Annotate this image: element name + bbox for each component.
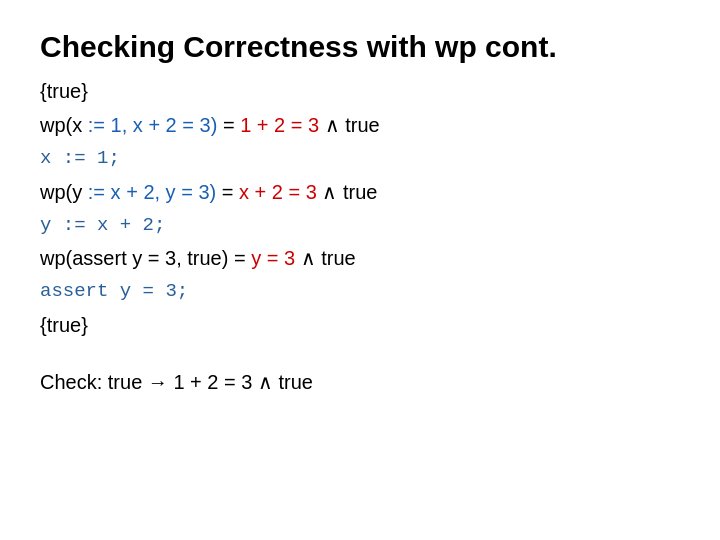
code-y-assign: y := x + 2; xyxy=(40,211,165,240)
wp3-start: wp(assert y = 3, true) xyxy=(40,243,228,273)
wp2-assign: := x + 2, y = 3) xyxy=(88,177,216,207)
line-wp1: wp(x := 1, x + 2 = 3) = 1 + 2 = 3 ∧ true xyxy=(40,110,680,140)
slide: Checking Correctness with wp cont. {true… xyxy=(0,0,720,540)
wp2-start: wp(y xyxy=(40,177,88,207)
check-prefix: Check: true xyxy=(40,371,148,394)
wp1-wedge: ∧ true xyxy=(319,110,380,140)
wp1-result: 1 + 2 = 3 xyxy=(240,110,319,140)
wp1-eq: = xyxy=(217,110,240,140)
check-wedge: ∧ xyxy=(258,370,273,394)
wp1-start: wp(x xyxy=(40,110,88,140)
wp1-assign: := 1, x + 2 = 3) xyxy=(88,110,218,140)
content-area: {true} wp(x := 1, x + 2 = 3) = 1 + 2 = 3… xyxy=(40,76,680,340)
wp2-eq: = xyxy=(216,177,239,207)
code-x-assign: x := 1; xyxy=(40,144,120,173)
line-postcondition: {true} xyxy=(40,310,680,340)
code-assert: assert y = 3; xyxy=(40,277,188,306)
check-middle: 1 + 2 = 3 xyxy=(168,371,258,394)
postcondition-text: {true} xyxy=(40,310,88,340)
check-line: Check: true → 1 + 2 = 3 ∧ true xyxy=(40,370,680,394)
wp3-eq: = xyxy=(228,243,251,273)
line-code3: assert y = 3; xyxy=(40,277,680,306)
wp2-wedge: ∧ true xyxy=(317,177,378,207)
line-wp2: wp(y := x + 2, y = 3) = x + 2 = 3 ∧ true xyxy=(40,177,680,207)
line-code1: x := 1; xyxy=(40,144,680,173)
check-section: Check: true → 1 + 2 = 3 ∧ true xyxy=(40,370,680,394)
line-precondition: {true} xyxy=(40,76,680,106)
check-arrow: → xyxy=(148,371,168,394)
line-wp3: wp(assert y = 3, true) = y = 3 ∧ true xyxy=(40,243,680,273)
check-suffix: true xyxy=(273,371,313,394)
line-code2: y := x + 2; xyxy=(40,211,680,240)
slide-title: Checking Correctness with wp cont. xyxy=(40,30,680,64)
wp3-result: y = 3 xyxy=(251,243,295,273)
wp2-result: x + 2 = 3 xyxy=(239,177,317,207)
wp3-wedge: ∧ true xyxy=(295,243,356,273)
precondition-text: {true} xyxy=(40,76,88,106)
